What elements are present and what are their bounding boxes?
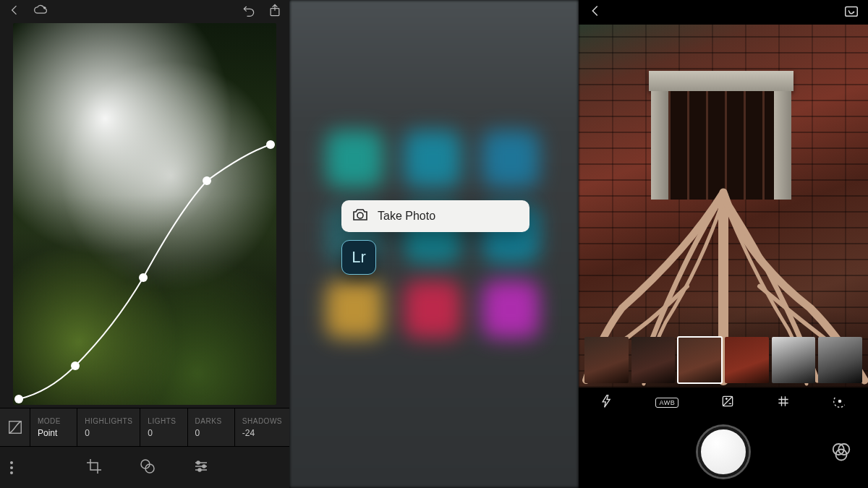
filter-thumbnails (584, 337, 862, 383)
shadows-label: SHADOWS (242, 417, 282, 425)
camera-topbar (579, 0, 868, 25)
timer-icon[interactable] (833, 394, 847, 411)
grid-icon[interactable] (776, 394, 791, 411)
switch-camera-icon[interactable] (843, 3, 859, 22)
svg-point-3 (139, 273, 148, 282)
highlights-cell[interactable]: HIGHLIGHTS 0 (77, 408, 140, 446)
camera-icon (352, 207, 369, 225)
presets-icon[interactable] (139, 458, 156, 478)
svg-point-9 (197, 461, 200, 464)
cloud-add-icon[interactable] (33, 3, 48, 20)
svg-point-5 (266, 140, 275, 149)
mode-cell[interactable]: MODE Point (30, 408, 77, 446)
shutter-bar (579, 416, 868, 488)
darks-value: 0 (195, 428, 227, 438)
svg-rect-13 (846, 7, 858, 17)
darks-cell[interactable]: DARKS 0 (188, 408, 235, 446)
back-icon[interactable] (7, 3, 22, 20)
exposure-icon[interactable] (720, 394, 735, 411)
tone-curve-overlay[interactable] (13, 23, 276, 405)
editor-topbar (0, 0, 289, 23)
take-photo-label: Take Photo (378, 210, 435, 223)
filter-thumb-1[interactable] (584, 337, 629, 383)
lightroom-badge-text: Lr (352, 248, 366, 267)
svg-point-15 (838, 400, 841, 402)
svg-point-4 (203, 176, 211, 185)
lights-cell[interactable]: LIGHTS 0 (140, 408, 187, 446)
crop-icon[interactable] (85, 458, 103, 478)
camera-viewfinder[interactable] (579, 25, 868, 388)
shadows-cell[interactable]: SHADOWS -24 (235, 408, 289, 446)
shadows-value: -24 (242, 428, 282, 438)
svg-point-11 (198, 468, 201, 471)
more-icon[interactable] (10, 461, 13, 474)
camera-controls-row: AWB (579, 390, 868, 415)
adjust-icon[interactable] (192, 458, 210, 478)
share-icon[interactable] (268, 3, 282, 20)
filter-thumb-3[interactable] (678, 337, 722, 383)
editor-panel: MODE Point HIGHLIGHTS 0 LIGHTS 0 DARKS 0… (0, 0, 289, 488)
svg-point-10 (203, 465, 205, 468)
filter-thumb-2[interactable] (631, 337, 676, 383)
tone-values-row: MODE Point HIGHLIGHTS 0 LIGHTS 0 DARKS 0… (0, 408, 289, 447)
filter-thumb-5[interactable] (772, 337, 816, 383)
lightroom-app-icon[interactable]: Lr (341, 240, 376, 275)
shutter-button[interactable] (698, 427, 749, 477)
lights-value: 0 (148, 428, 179, 438)
filter-presets-icon[interactable] (830, 440, 852, 465)
filter-thumb-6[interactable] (818, 337, 862, 383)
blurred-home-icons (326, 130, 542, 338)
take-photo-action[interactable]: Take Photo (341, 200, 529, 232)
highlights-label: HIGHLIGHTS (85, 417, 132, 425)
camera-panel: AWB (579, 0, 868, 488)
photo-preview[interactable] (13, 23, 276, 405)
lights-label: LIGHTS (148, 417, 179, 425)
highlights-value: 0 (85, 428, 132, 438)
mode-label: MODE (38, 417, 69, 425)
svg-point-12 (357, 213, 363, 218)
back-icon[interactable] (587, 3, 603, 22)
svg-point-2 (71, 361, 80, 370)
flash-icon[interactable] (600, 394, 614, 411)
undo-icon[interactable] (242, 3, 256, 20)
quick-action-panel: Take Photo Lr (289, 0, 579, 488)
filter-thumb-4[interactable] (725, 337, 769, 383)
editor-bottombar (0, 448, 289, 488)
white-balance-button[interactable]: AWB (655, 398, 678, 408)
darks-label: DARKS (195, 417, 227, 425)
mode-value: Point (38, 428, 69, 438)
svg-point-1 (14, 395, 23, 403)
curve-mode-icon[interactable] (0, 408, 30, 446)
